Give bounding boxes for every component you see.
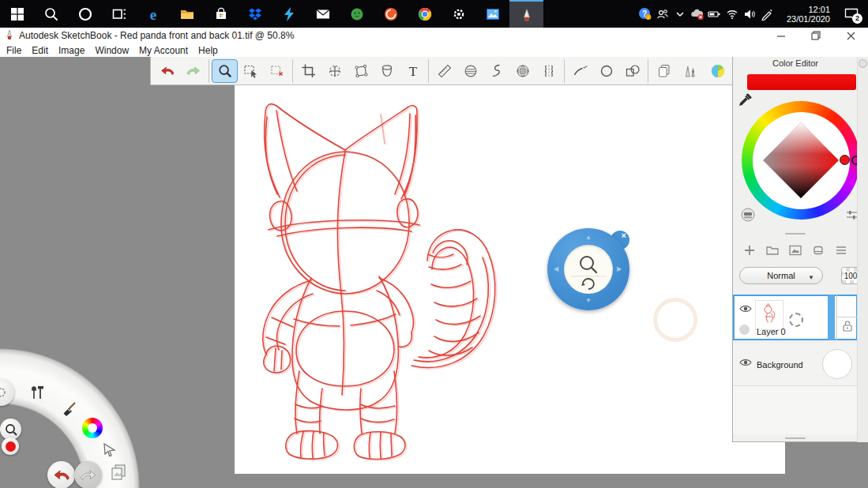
tray-volume-icon[interactable]: [741, 3, 758, 25]
puck-close-icon[interactable]: ×: [622, 231, 626, 240]
tray-wifi-icon[interactable]: [723, 3, 741, 25]
lagoon-tools-icon[interactable]: [28, 383, 47, 402]
taskbar-app-cortana[interactable]: [68, 0, 102, 28]
saturation-marker[interactable]: [840, 155, 850, 165]
import-image-icon[interactable]: [788, 243, 802, 257]
taskbar-app-photos[interactable]: [475, 0, 509, 28]
oval-tool-button[interactable]: [593, 59, 619, 83]
deselect-tool-button[interactable]: [264, 59, 290, 83]
tray-help-icon[interactable]: ?i: [637, 3, 654, 25]
tray-onedrive-alert-icon[interactable]: [689, 3, 706, 25]
redo-tool-button[interactable]: [180, 59, 206, 83]
lagoon-cursor-icon[interactable]: [102, 441, 118, 457]
lagoon-undo-button[interactable]: [47, 461, 75, 488]
french-curve-tool-button[interactable]: [483, 59, 509, 83]
eraser-icon[interactable]: [811, 243, 825, 257]
lagoon-color-wheel-icon[interactable]: [82, 418, 103, 438]
taskbar-app-store[interactable]: [204, 0, 238, 28]
puck-arrow-down-icon[interactable]: ▼: [585, 298, 592, 304]
lagoon-brush-icon[interactable]: [59, 400, 78, 419]
puck-inner[interactable]: [564, 245, 613, 294]
taskbar-app-origin[interactable]: [374, 0, 408, 28]
steady-stroke-tool-button[interactable]: [567, 59, 593, 83]
layer-row-background[interactable]: Background: [733, 343, 858, 386]
blend-mode-value: Normal: [767, 271, 795, 280]
text-tool-button[interactable]: T: [400, 59, 426, 83]
taskbar-app-edge[interactable]: e: [136, 0, 170, 28]
minimize-button[interactable]: [764, 28, 798, 43]
color-wheel[interactable]: [742, 101, 860, 220]
taskbar-app-green-app[interactable]: [340, 0, 374, 28]
close-button[interactable]: [833, 28, 868, 43]
menu-help[interactable]: Help: [198, 45, 218, 56]
menu-file[interactable]: File: [6, 45, 21, 56]
taskbar-app-lightning-app[interactable]: [272, 0, 306, 28]
origin-icon: [383, 6, 399, 22]
taskbar-clock[interactable]: 12:01 23/01/2020: [779, 5, 836, 24]
puck-arrow-up-icon[interactable]: ▲: [585, 235, 592, 241]
select-tool-button[interactable]: [238, 59, 264, 83]
shapes-tool-button[interactable]: [619, 59, 645, 83]
layers-scrollbar[interactable]: [828, 295, 835, 340]
panel-divider-handle[interactable]: [733, 231, 858, 237]
taskbar-app-mail[interactable]: [306, 0, 340, 28]
layer-group-icon[interactable]: [765, 243, 780, 257]
taskbar-app-chrome[interactable]: [408, 0, 442, 28]
restore-button[interactable]: [798, 28, 833, 43]
color-swatches-icon[interactable]: [741, 207, 758, 226]
puck-arrow-left-icon[interactable]: ◀: [554, 266, 558, 272]
transform-tool-button[interactable]: [321, 59, 348, 83]
menu-window[interactable]: Window: [95, 45, 129, 56]
panel-bottom-handle[interactable]: [733, 435, 858, 441]
tray-battery-icon[interactable]: [706, 3, 723, 25]
menu-my-account[interactable]: My Account: [139, 45, 188, 56]
lagoon-layers-icon[interactable]: [109, 463, 128, 482]
zoom-tool-button[interactable]: [212, 59, 238, 83]
lagoon-color-dot[interactable]: [2, 437, 19, 455]
perspective-tool-button[interactable]: [509, 59, 535, 83]
background-visibility-icon[interactable]: [739, 356, 752, 370]
menu-image[interactable]: Image: [58, 45, 85, 56]
symmetry-tool-button[interactable]: [535, 59, 562, 83]
crop-tool-button[interactable]: [295, 59, 321, 83]
layer-menu-icon[interactable]: [834, 243, 848, 257]
lagoon-redo-button[interactable]: [74, 461, 102, 488]
panel-gutter: [857, 57, 868, 442]
tray-people-icon[interactable]: [654, 3, 671, 25]
taskbar-app-task-view[interactable]: [102, 0, 136, 28]
taskbar-app-settings[interactable]: [442, 0, 475, 28]
drawing-canvas[interactable]: [235, 85, 785, 474]
add-layer-icon[interactable]: [742, 243, 757, 257]
tray-chevron-down-icon[interactable]: [671, 3, 689, 25]
fill-tool-button[interactable]: [374, 59, 400, 83]
undo-tool-button[interactable]: [154, 59, 180, 83]
lagoon-hub-button[interactable]: [0, 379, 14, 406]
ruler-tool-button[interactable]: [431, 59, 457, 83]
zoom-rotate-puck[interactable]: × ▲ ▼ ◀ ▶: [547, 228, 629, 310]
blend-mode-select[interactable]: Normal ▼: [739, 267, 823, 284]
layer-row-layer0[interactable]: Layer 0: [733, 295, 858, 340]
lagoon-zoom-button[interactable]: [0, 419, 21, 440]
distort-tool-button[interactable]: [348, 59, 374, 83]
action-center-button[interactable]: 2: [840, 3, 863, 25]
background-color-swatch[interactable]: [822, 349, 852, 379]
taskbar-app-dropbox[interactable]: [238, 0, 272, 28]
menubar: File Edit Image Window My Account Help: [0, 43, 868, 57]
layer0-visibility-icon[interactable]: [739, 302, 752, 317]
tray-pen-icon[interactable]: [758, 3, 776, 25]
layer0-color-tag[interactable]: [739, 325, 750, 335]
current-color-swatch[interactable]: [747, 74, 856, 90]
menu-edit[interactable]: Edit: [32, 45, 48, 56]
taskbar-app-sketchbook[interactable]: [509, 0, 543, 28]
panel-collapse-button[interactable]: [859, 59, 867, 68]
brushes-tool-button[interactable]: [677, 59, 703, 83]
taskbar-app-file-explorer[interactable]: [170, 0, 204, 28]
copy-tool-button[interactable]: [651, 59, 677, 83]
taskbar-app-search[interactable]: [34, 0, 68, 28]
puck-arrow-right-icon[interactable]: ▶: [617, 266, 622, 272]
taskbar-app-start[interactable]: [0, 0, 34, 28]
ellipse-guide-tool-button[interactable]: [457, 59, 483, 83]
layer0-lock-icon[interactable]: [842, 320, 853, 336]
layer0-thumbnail[interactable]: [755, 300, 783, 330]
color-puck-tool-button[interactable]: [703, 59, 729, 83]
